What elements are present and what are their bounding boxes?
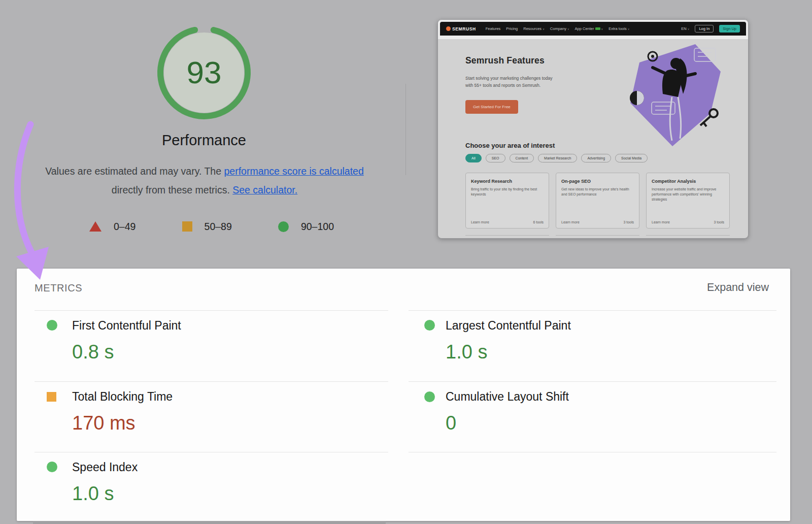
annotation-arrow: [0, 114, 71, 289]
new-badge: [595, 27, 600, 30]
pill-all: All: [465, 154, 482, 162]
green-circle-icon: [278, 221, 289, 232]
divider: [35, 452, 388, 452]
legend-label: 50–89: [205, 221, 232, 233]
divider: [409, 310, 776, 311]
metric-value: 0: [446, 410, 456, 436]
hero-title: Semrush Features: [465, 55, 545, 66]
calculated-link[interactable]: performance score is calculated: [224, 166, 363, 177]
metric-name: Total Blocking Time: [72, 388, 173, 405]
legend-label: 90–100: [301, 221, 334, 233]
nav-features: Features: [486, 26, 501, 31]
card-description: Bring traffic to your site by finding th…: [471, 187, 544, 197]
hero-description-line1: Start solving your marketing challenges …: [465, 76, 553, 81]
chevron-down-icon: ∨: [567, 27, 569, 30]
divider: [35, 310, 388, 311]
card-competitor-analysis: Competitor Analysis Increase your websit…: [646, 173, 730, 228]
legend-item-fail: 0–49: [89, 221, 136, 233]
metric-name: Speed Index: [72, 458, 138, 476]
tools-count: 6 tools: [533, 220, 544, 224]
nav-extra-tools: Extra tools∨: [608, 26, 629, 31]
metric-value: 0.8 s: [72, 339, 114, 365]
learn-more-link: Learn more: [652, 220, 670, 224]
feature-cards: Keyword Research Bring traffic to your s…: [465, 173, 730, 228]
metric-value: 170 ms: [72, 410, 136, 436]
performance-score: 93: [153, 52, 255, 93]
performance-title: Performance: [103, 132, 306, 149]
see-calculator-link[interactable]: See calculator.: [232, 184, 297, 195]
desc-text-2: directly from these metrics.: [112, 184, 232, 195]
card-title: Keyword Research: [471, 179, 544, 184]
pill-social-media: Social Media: [615, 154, 648, 162]
interest-pills: All SEO Content Market Research Advertis…: [465, 154, 648, 162]
next-section-edge: [33, 521, 386, 524]
metric-name: First Contentful Paint: [72, 317, 181, 334]
card-title: Competitor Analysis: [652, 179, 724, 184]
semrush-logo: SEMRUSH: [446, 26, 476, 31]
tools-count: 3 tools: [714, 220, 724, 224]
legend-item-good: 90–100: [278, 221, 334, 233]
pill-content: Content: [510, 154, 534, 162]
divider: [35, 381, 388, 382]
card-description: Increase your website traffic and improv…: [652, 187, 724, 202]
metric-status-good-icon: [47, 462, 57, 472]
nav-resources: Resources∨: [523, 26, 545, 31]
chevron-down-icon: ∨: [601, 27, 603, 30]
login-button: Log In: [695, 25, 714, 32]
learn-more-link: Learn more: [561, 220, 580, 224]
pill-seo: SEO: [486, 154, 505, 162]
orange-square-icon: [182, 221, 192, 232]
legend-item-average: 50–89: [182, 221, 232, 233]
card-on-page-seo: On-page SEO Get new ideas to improve you…: [556, 173, 639, 228]
metric-value: 1.0 s: [72, 480, 114, 507]
nav-pricing: Pricing: [506, 26, 518, 31]
final-screenshot-thumbnail[interactable]: SEMRUSH Features Pricing Resources∨ Comp…: [437, 19, 749, 239]
nav-company: Company∨: [550, 26, 569, 31]
nav-app-center: App Center∨: [575, 26, 603, 31]
semrush-logo-icon: [446, 26, 451, 31]
chevron-down-icon: ∨: [688, 27, 690, 30]
semrush-logo-text: SEMRUSH: [452, 26, 476, 31]
score-description: Values are estimated and may vary. The p…: [42, 162, 367, 200]
metrics-panel: METRICS Expand view First Contentful Pai…: [17, 269, 790, 521]
metric-status-good-icon: [424, 320, 435, 331]
divider: [409, 452, 776, 452]
interest-heading: Choose your area of interest: [465, 142, 555, 149]
expand-view-button[interactable]: Expand view: [707, 281, 769, 294]
chevron-down-icon: ∨: [543, 27, 545, 30]
card-description: Get new ideas to improve your site's hea…: [561, 187, 634, 197]
partial-next-cards: [465, 235, 730, 236]
section-divider: [405, 84, 406, 175]
hero-illustration: [623, 41, 730, 153]
signup-button: Sign Up: [719, 25, 740, 32]
score-legend: 0–49 50–89 90–100: [89, 218, 334, 235]
chevron-down-icon: ∨: [628, 27, 630, 30]
semrush-navbar: SEMRUSH Features Pricing Resources∨ Comp…: [440, 22, 746, 36]
legend-label: 0–49: [114, 221, 136, 233]
card-keyword-research: Keyword Research Bring traffic to your s…: [465, 173, 549, 228]
metric-name: Largest Contentful Paint: [446, 317, 571, 334]
pill-advertising: Advertising: [581, 154, 611, 162]
hero-description-line2: with 55+ tools and reports on Semrush.: [465, 83, 540, 88]
metric-status-average-icon: [47, 392, 56, 402]
tools-count: 3 tools: [623, 220, 634, 224]
metric-name: Cumulative Layout Shift: [446, 388, 569, 405]
metric-status-good-icon: [424, 391, 435, 402]
desc-text-1: Values are estimated and may vary. The: [45, 166, 224, 177]
pill-market-research: Market Research: [538, 154, 577, 162]
divider: [409, 381, 776, 382]
red-triangle-icon: [89, 221, 101, 232]
metric-status-good-icon: [47, 320, 57, 331]
language-selector: EN∨: [681, 26, 689, 31]
learn-more-link: Learn more: [471, 220, 489, 224]
metric-value: 1.0 s: [446, 339, 487, 365]
card-title: On-page SEO: [561, 179, 634, 184]
get-started-button: Get Started For Free: [465, 100, 518, 114]
